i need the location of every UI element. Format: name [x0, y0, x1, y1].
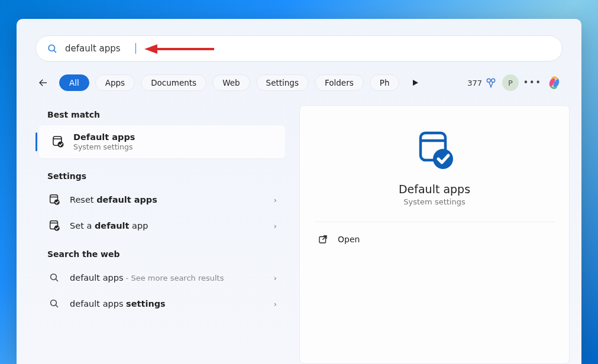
- svg-point-0: [49, 45, 54, 51]
- open-label: Open: [338, 235, 360, 244]
- svg-point-7: [492, 79, 495, 82]
- filter-overflow-button[interactable]: [409, 76, 422, 89]
- svg-line-18: [56, 279, 58, 281]
- filter-chip-documents[interactable]: Documents: [141, 74, 206, 91]
- settings-result-reset[interactable]: Reset default apps ›: [35, 187, 289, 213]
- default-apps-large-icon: [413, 129, 456, 172]
- web-section-header: Search the web: [35, 245, 289, 265]
- details-hero: Default apps System settings: [314, 129, 555, 222]
- filter-chip-settings[interactable]: Settings: [256, 74, 309, 91]
- text-cursor: [135, 43, 136, 54]
- svg-point-10: [58, 142, 64, 148]
- search-panel-window: All Apps Documents Web Settings Folders …: [17, 19, 581, 364]
- back-arrow-icon: [38, 77, 49, 88]
- search-icon: [47, 43, 58, 54]
- filter-chip-folders[interactable]: Folders: [315, 74, 364, 91]
- best-match-header: Best match: [35, 105, 289, 125]
- result-label: default apps - See more search results: [70, 273, 266, 282]
- svg-point-17: [51, 274, 57, 280]
- chevron-right-icon: ›: [274, 300, 277, 308]
- details-title: Default apps: [399, 183, 470, 196]
- filter-chip-web[interactable]: Web: [212, 74, 250, 91]
- open-external-icon: [318, 234, 328, 245]
- best-match-subtitle: System settings: [73, 142, 273, 151]
- chevron-right-icon: ›: [274, 274, 277, 282]
- svg-point-13: [54, 200, 60, 205]
- user-avatar[interactable]: P: [502, 74, 519, 91]
- settings-result-set[interactable]: Set a default app ›: [35, 213, 289, 239]
- copilot-button[interactable]: [546, 74, 563, 91]
- search-icon: [47, 297, 62, 311]
- filter-chip-apps[interactable]: Apps: [95, 74, 135, 91]
- default-apps-icon: [51, 135, 65, 149]
- svg-marker-5: [413, 80, 418, 86]
- back-button[interactable]: [35, 75, 51, 90]
- filter-chip-photos-overflow[interactable]: Ph: [370, 74, 400, 91]
- default-apps-icon: [47, 193, 62, 207]
- details-subtitle: System settings: [403, 197, 465, 206]
- result-label: default apps settings: [70, 299, 266, 308]
- result-label: Set a default app: [70, 221, 266, 230]
- chevron-right-icon: ›: [274, 196, 277, 204]
- search-box[interactable]: [35, 35, 563, 61]
- filter-chip-all[interactable]: All: [59, 74, 89, 91]
- svg-line-1: [54, 50, 56, 53]
- best-match-item[interactable]: Default apps System settings: [39, 125, 285, 158]
- best-match-title: Default apps: [73, 132, 273, 142]
- details-pane: Default apps System settings Open: [299, 105, 570, 364]
- more-options-button[interactable]: •••: [525, 75, 540, 90]
- search-row: [17, 35, 581, 61]
- svg-point-23: [433, 149, 453, 169]
- svg-point-19: [51, 300, 57, 306]
- open-action[interactable]: Open: [314, 222, 555, 256]
- rewards-count: 377: [467, 79, 482, 87]
- rewards-badge[interactable]: 377: [467, 77, 496, 88]
- content-area: Best match Default apps System settings …: [17, 105, 581, 364]
- svg-point-6: [487, 79, 490, 82]
- results-pane: Best match Default apps System settings …: [28, 105, 289, 364]
- search-input[interactable]: [65, 43, 551, 54]
- default-apps-icon: [47, 219, 62, 233]
- svg-point-16: [54, 226, 60, 231]
- search-icon: [47, 271, 62, 285]
- result-label: Reset default apps: [70, 195, 266, 204]
- filter-row: All Apps Documents Web Settings Folders …: [17, 74, 581, 91]
- svg-line-20: [56, 305, 58, 307]
- web-result-default-apps[interactable]: default apps - See more search results ›: [35, 265, 289, 291]
- rewards-icon: [486, 77, 496, 88]
- settings-section-header: Settings: [35, 167, 289, 187]
- copilot-icon: [547, 75, 562, 90]
- web-result-default-apps-settings[interactable]: default apps settings ›: [35, 291, 289, 317]
- play-icon: [412, 79, 419, 86]
- chevron-right-icon: ›: [274, 222, 277, 230]
